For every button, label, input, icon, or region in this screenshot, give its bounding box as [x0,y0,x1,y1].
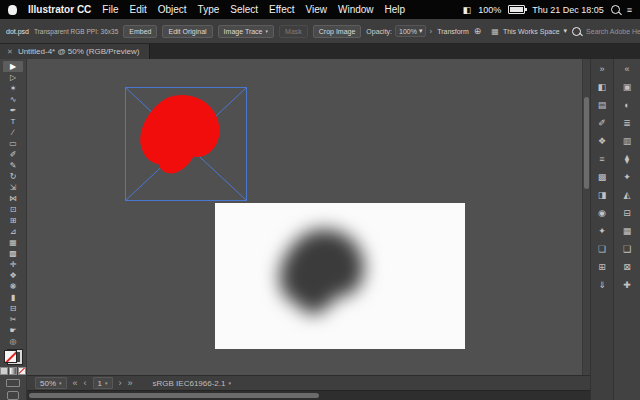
app-menu[interactable]: Illustrator CC [28,4,91,15]
canvas-pasteboard[interactable] [27,59,590,375]
menu-help[interactable]: Help [385,4,406,15]
vertical-scrollbar-thumb[interactable] [584,97,589,189]
symbol-sprayer-tool[interactable]: ❋ [3,281,23,292]
swatches-panel-icon[interactable]: ▤ [594,99,610,111]
links-panel-icon[interactable]: ▥ [619,135,635,147]
menu-view[interactable]: View [305,4,327,15]
hand-tool[interactable]: ☛ [3,325,23,336]
magic-wand-tool[interactable]: ✶ [3,83,23,94]
image-trace-button[interactable]: Image Trace ▾ [218,25,274,38]
linked-file-name[interactable]: dot.psd [6,28,29,35]
menu-extra-icon[interactable]: ◧ [463,5,472,15]
red-dot-image[interactable] [134,91,228,179]
crop-image-button[interactable]: Crop Image [313,25,362,38]
direct-selection-tool[interactable]: ▷ [3,72,23,83]
paintbrush-tool[interactable]: ✐ [3,149,23,160]
rectangle-tool[interactable]: ▭ [3,138,23,149]
scale-tool[interactable]: ⇲ [3,182,23,193]
navigator-panel-icon[interactable]: ◭ [619,189,635,201]
selection-bounding-box[interactable] [125,87,247,201]
graphic-styles-panel-icon[interactable]: ✦ [594,225,610,237]
fill-swatch-none[interactable] [4,350,17,363]
zoom-level-dropdown[interactable]: 50% ▾ [35,377,67,389]
close-icon[interactable]: ✕ [7,48,13,56]
color-panel-icon[interactable]: ◧ [594,81,610,93]
glyphs-panel-icon[interactable]: ❑ [619,243,635,255]
color-profile-display[interactable]: sRGB IEC61966-2.1 ▾ [153,379,231,388]
collapse-dock-icon[interactable]: » [594,63,610,75]
none-button[interactable] [18,367,26,375]
document-tab[interactable]: ✕ Untitled-4* @ 50% (RGB/Preview) [0,44,150,59]
collapse-dock-icon[interactable]: « [619,63,635,75]
menu-effect[interactable]: Effect [269,4,294,15]
workspace-switcher[interactable]: ▦ This Works Space ▾ [491,27,567,36]
paragraph-panel-icon[interactable]: ▦ [619,225,635,237]
next-artboard-button[interactable]: › [119,378,122,388]
free-transform-icon[interactable]: ⊕ [474,26,482,36]
artboard[interactable] [215,203,465,349]
rotate-tool[interactable]: ↻ [3,171,23,182]
zoom-tool[interactable]: ◎ [3,336,23,347]
info-panel-icon[interactable]: ≣ [619,117,635,129]
menu-file[interactable]: File [102,4,118,15]
transparency-panel-icon[interactable]: ◨ [594,189,610,201]
gray-blurred-dot-image[interactable] [273,225,373,320]
edit-original-button[interactable]: Edit Original [162,25,212,38]
previous-artboard-button[interactable]: ‹ [84,378,87,388]
width-tool[interactable]: ⋈ [3,193,23,204]
blend-tool[interactable]: ❖ [3,270,23,281]
color-button[interactable] [0,367,8,375]
last-artboard-button[interactable]: » [128,378,133,388]
search-input[interactable] [584,27,640,36]
menu-object[interactable]: Object [158,4,187,15]
first-artboard-button[interactable]: « [73,378,78,388]
shape-builder-tool[interactable]: ⊞ [3,215,23,226]
pathfinder-panel-icon[interactable]: ✦ [619,171,635,183]
help-search[interactable] [572,27,640,36]
opacity-panel-arrow[interactable]: › [429,27,432,36]
character-panel-icon[interactable]: ⊟ [619,207,635,219]
plus-panel-icon[interactable]: ✚ [619,279,635,291]
libraries-panel-icon[interactable]: ▣ [619,81,635,93]
menu-type[interactable]: Type [198,4,220,15]
menu-edit[interactable]: Edit [129,4,146,15]
line-segment-tool[interactable]: ∕ [3,127,23,138]
symbols-panel-icon[interactable]: ❖ [594,135,610,147]
perspective-grid-tool[interactable]: ⊿ [3,226,23,237]
apple-logo-icon[interactable] [8,5,17,15]
free-transform-tool[interactable]: ⊡ [3,204,23,215]
align-panel-icon[interactable]: ⧫ [619,153,635,165]
menu-select[interactable]: Select [230,4,258,15]
artboards-panel-icon[interactable]: ⊞ [594,261,610,273]
adjustments-panel-icon[interactable]: ◐ [619,99,635,111]
menu-window[interactable]: Window [338,4,374,15]
artboard-tool[interactable]: ⊟ [3,303,23,314]
mask-button[interactable]: Mask [279,25,308,38]
brushes-panel-icon[interactable]: ✐ [594,117,610,129]
fill-stroke-indicator[interactable] [4,350,22,364]
chevron-down-icon[interactable]: ▾ [266,28,269,34]
gradient-button[interactable] [9,367,17,375]
appearance-panel-icon[interactable]: ◉ [594,207,610,219]
column-graph-tool[interactable]: ▮ [3,292,23,303]
eyedropper-tool[interactable]: ✛ [3,259,23,270]
vertical-scrollbar[interactable] [582,59,590,375]
asset-export-panel-icon[interactable]: ⇓ [594,279,610,291]
transform-link[interactable]: Transform [437,28,469,35]
gradient-tool[interactable]: ▩ [3,248,23,259]
horizontal-scrollbar-thumb[interactable] [29,393,319,398]
gradient-panel-icon[interactable]: ▩ [594,171,610,183]
lasso-tool[interactable]: ∿ [3,94,23,105]
stroke-panel-icon[interactable]: ≡ [594,153,610,165]
screen-mode-button[interactable] [7,391,19,400]
embed-button[interactable]: Embed [123,25,157,38]
artboard-navigation-dropdown[interactable]: 1 ▾ [93,377,113,389]
type-tool[interactable]: T [3,116,23,127]
pen-tool[interactable]: ✒ [3,105,23,116]
menu-clock[interactable]: Thu 21 Dec 18:05 [532,5,604,15]
actions-panel-icon[interactable]: ⊠ [619,261,635,273]
opacity-dropdown[interactable]: 100% ▾ [395,25,426,37]
drawing-mode-button[interactable] [6,379,20,388]
notification-center-icon[interactable]: ≡ [627,5,632,15]
spotlight-icon[interactable] [611,5,620,14]
